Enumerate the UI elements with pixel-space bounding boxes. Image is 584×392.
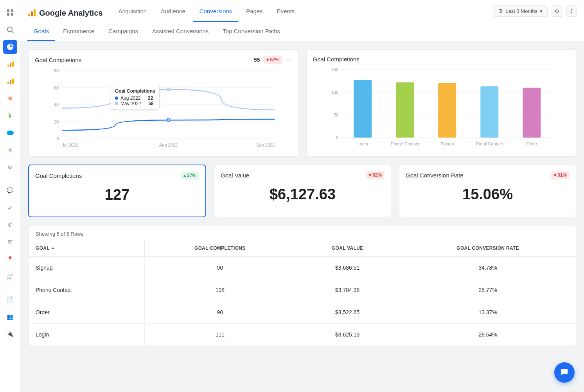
subtab-campaigns[interactable]: Campaigns xyxy=(102,22,144,41)
compass-icon[interactable]: ➹ xyxy=(3,200,17,215)
svg-rect-11 xyxy=(12,79,14,84)
table-row[interactable]: Order90$3,522.6513.37% xyxy=(29,301,576,324)
chat-icon[interactable]: 💬 xyxy=(3,183,17,197)
ga-icon-1[interactable] xyxy=(3,57,17,71)
apps-icon[interactable] xyxy=(3,5,17,20)
svg-text:50: 50 xyxy=(334,113,338,117)
subtab-assisted[interactable]: Assisted Conversions xyxy=(146,22,215,41)
subtab-paths[interactable]: Top Conversion Paths xyxy=(216,22,286,41)
ga-icon-2[interactable] xyxy=(3,74,17,88)
kpi-delta-badge: ▾ 31% xyxy=(551,171,570,179)
svg-rect-10 xyxy=(10,80,11,84)
dashboard-pie-icon[interactable] xyxy=(3,40,17,54)
svg-text:Aug 2022: Aug 2022 xyxy=(159,143,178,147)
settings-gear-icon[interactable]: ⚙ xyxy=(3,160,17,174)
file-icon[interactable]: 📄 xyxy=(3,292,17,306)
kpi-value: 15.06% xyxy=(406,186,570,203)
svg-rect-1 xyxy=(11,9,13,12)
table-info: Showing 5 of 5 Rows xyxy=(29,226,576,240)
table-header[interactable]: GOAL COMPLETIONS xyxy=(145,240,295,257)
sprout-icon[interactable]: ❋ xyxy=(3,143,17,157)
svg-point-29 xyxy=(167,88,170,91)
line-chart-delta-badge: ▾ 57% xyxy=(264,56,282,64)
svg-rect-2 xyxy=(7,13,9,16)
kpi-card-2[interactable]: Goal Conversion Rate▾ 31%15.06% xyxy=(399,165,576,217)
svg-text:Email Contact: Email Contact xyxy=(476,141,503,146)
kpi-title: Goal Conversion Rate xyxy=(406,172,464,179)
cart-icon[interactable]: 🛒 xyxy=(3,269,17,283)
sidebar-divider xyxy=(5,180,16,180)
svg-text:Phone Contact: Phone Contact xyxy=(390,141,419,146)
kpi-card-1[interactable]: Goal Value▾ 52%$6,127.63 xyxy=(214,165,391,217)
bar-chart[interactable]: 050100150LoginPhone ContactSignupEmail C… xyxy=(313,66,570,148)
svg-text:Signup: Signup xyxy=(440,141,454,146)
kpi-delta-badge: ▴ 37% xyxy=(181,172,199,179)
date-range-label: Last 3 Months xyxy=(505,8,537,14)
kpi-delta-badge: ▾ 52% xyxy=(366,171,385,179)
svg-text:60: 60 xyxy=(54,86,59,90)
plug-icon[interactable]: 🔌 xyxy=(3,327,17,341)
tab-audience[interactable]: Audience xyxy=(155,4,192,22)
salesforce-icon[interactable] xyxy=(3,126,17,140)
goals-table-card: Showing 5 of 5 Rows GOALGOAL COMPLETIONS… xyxy=(28,225,576,346)
svg-rect-0 xyxy=(7,9,9,12)
hubspot-icon[interactable]: ✱ xyxy=(3,91,17,106)
top-tabs: Acquisition Audience Conversions Pages E… xyxy=(112,4,493,22)
share-button[interactable]: ⤴ xyxy=(566,5,577,17)
mail-icon[interactable]: ✉ xyxy=(3,235,17,249)
tab-acquisition[interactable]: Acquisition xyxy=(112,4,153,22)
tab-conversions[interactable]: Conversions xyxy=(193,4,238,22)
subtab-ecommerce[interactable]: Ecommerce xyxy=(57,22,101,41)
svg-rect-41 xyxy=(396,82,414,138)
line-chart-title: Goal Completions xyxy=(35,57,81,63)
svg-rect-3 xyxy=(11,13,13,16)
pin-icon[interactable]: 📍 xyxy=(3,252,17,266)
users-icon[interactable]: 👥 xyxy=(3,310,17,324)
kpi-value: 127 xyxy=(35,186,199,203)
svg-line-5 xyxy=(12,31,13,33)
line-chart-card: Goal Completions 55 ▾ 57% ⋯ 020406080Jul… xyxy=(28,49,298,157)
settings-sliders-button[interactable]: ⚙ xyxy=(551,5,563,17)
tab-pages[interactable]: Pages xyxy=(240,4,269,22)
svg-rect-45 xyxy=(480,86,498,138)
table-header[interactable]: GOAL xyxy=(29,240,145,257)
chat-bubble-icon xyxy=(560,368,569,377)
line-chart-value: 55 xyxy=(254,57,260,63)
kpi-value: $6,127.63 xyxy=(221,186,385,203)
svg-rect-8 xyxy=(12,61,14,67)
table-row[interactable]: Phone Contact108$3,784.3825.77% xyxy=(29,279,576,301)
sidebar-divider xyxy=(5,289,16,289)
svg-rect-39 xyxy=(354,80,372,138)
table-row[interactable]: Signup90$3,686.5134.78% xyxy=(29,257,576,279)
subtab-goals[interactable]: Goals xyxy=(27,22,55,41)
tab-events[interactable]: Events xyxy=(271,4,301,22)
brand-title: Google Analytics xyxy=(39,9,103,18)
table-row[interactable]: Login111$3,625.1329.64% xyxy=(29,324,576,346)
svg-text:100: 100 xyxy=(331,90,338,95)
more-menu-icon[interactable]: ⋯ xyxy=(286,57,292,63)
svg-text:Login: Login xyxy=(357,141,368,146)
search-icon[interactable] xyxy=(3,23,17,37)
line-chart[interactable]: 020406080Jul 2022Aug 2022Sep 2022 xyxy=(35,67,292,149)
help-chat-button[interactable] xyxy=(554,362,575,383)
bar-chart-card: Goal Completions 050100150LoginPhone Con… xyxy=(306,49,577,157)
goals-table: GOALGOAL COMPLETIONSGOAL VALUEGOAL CONVE… xyxy=(29,240,576,346)
bar-chart-title: Goal Completions xyxy=(313,56,359,63)
phone-icon[interactable]: ✆ xyxy=(3,218,17,232)
brand: Google Analytics xyxy=(27,9,103,18)
kpi-card-0[interactable]: Goal Completions▴ 37%127 xyxy=(28,165,206,217)
table-header[interactable]: GOAL VALUE xyxy=(295,240,400,257)
svg-text:Order: Order xyxy=(526,141,537,146)
subtabs: Goals Ecommerce Campaigns Assisted Conve… xyxy=(20,22,584,41)
k-icon[interactable]: k xyxy=(3,109,17,123)
table-header[interactable]: GOAL CONVERSION RATE xyxy=(400,240,576,257)
chart-tooltip: Goal Completions Aug 2022 22 May 2022 58 xyxy=(111,85,160,110)
svg-point-30 xyxy=(167,119,170,122)
svg-text:0: 0 xyxy=(336,135,338,140)
topbar: Google Analytics Acquisition Audience Co… xyxy=(20,0,584,22)
date-range-button[interactable]: 🗓 Last 3 Months ▾ xyxy=(493,5,548,17)
svg-point-4 xyxy=(7,27,12,32)
svg-text:Sep 2022: Sep 2022 xyxy=(256,143,275,147)
calendar-icon: 🗓 xyxy=(498,8,503,14)
svg-text:Jul 2022: Jul 2022 xyxy=(62,143,78,147)
